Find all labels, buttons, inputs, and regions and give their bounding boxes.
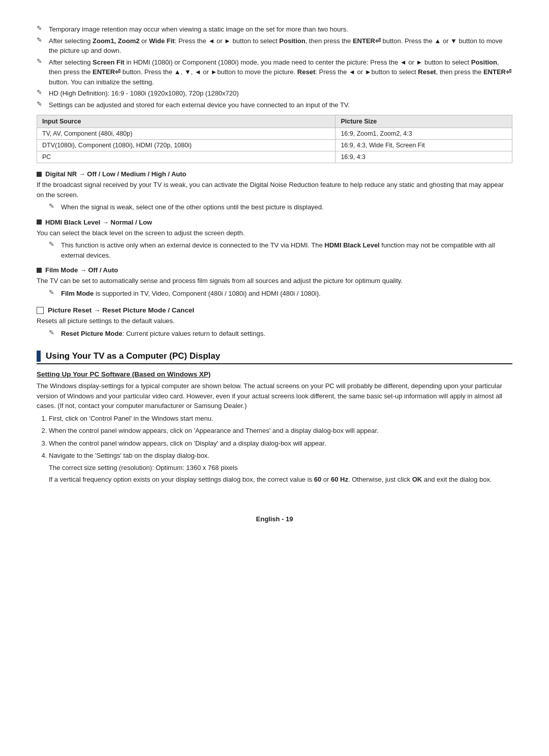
picture-reset-note-icon: ✎: [49, 329, 58, 336]
top-notes-section: ✎ Temporary image retention may occur wh…: [37, 24, 512, 110]
table-row: DTV(1080i), Component (1080i), HDMI (720…: [37, 140, 512, 151]
pc-step-4-note2: If a vertical frequency option exists on…: [49, 475, 512, 485]
note-1: ✎ Temporary image retention may occur wh…: [37, 24, 512, 35]
note-text-1: Temporary image retention may occur when…: [49, 24, 348, 35]
section-square-icon-3: [37, 268, 42, 273]
note-3: ✎ After selecting Screen Fit in HDMI (10…: [37, 57, 512, 87]
digital-nr-heading: Digital NR → Off / Low / Medium / High /…: [37, 170, 512, 178]
picture-reset-note: ✎ Reset Picture Mode: Current picture va…: [37, 329, 512, 339]
note-5: ✎ Settings can be adjusted and stored fo…: [37, 100, 512, 110]
blue-bar-icon: [37, 351, 41, 362]
note-icon-5: ✎: [37, 100, 46, 108]
input-source-table: Input Source Picture Size TV, AV, Compon…: [37, 115, 512, 163]
hdmi-black-heading: HDMI Black Level → Normal / Low: [37, 218, 512, 226]
hdmi-black-note: ✎ This function is active only when an e…: [37, 240, 512, 260]
table-row: PC 16:9, 4:3: [37, 151, 512, 163]
hdmi-black-note-text: This function is active only when an ext…: [61, 240, 512, 260]
pc-setup-intro: The Windows display-settings for a typic…: [37, 381, 512, 411]
table-cell-picture-1: 16:9, Zoom1, Zoom2, 4:3: [336, 128, 512, 140]
picture-reset-note-text: Reset Picture Mode: Current picture valu…: [61, 329, 265, 339]
pc-step-3: When the control panel window appears, c…: [49, 438, 512, 449]
digital-nr-body: If the broadcast signal received by your…: [37, 180, 512, 200]
digital-nr-note: ✎ When the signal is weak, select one of…: [37, 202, 512, 212]
table-cell-picture-2: 16:9, 4:3, Wide Fit, Screen Fit: [336, 140, 512, 151]
hdmi-black-body: You can select the black level on the sc…: [37, 228, 512, 238]
note-2: ✎ After selecting Zoom1, Zoom2 or Wide F…: [37, 36, 512, 56]
note-text-5: Settings can be adjusted and stored for …: [49, 100, 350, 110]
table-cell-picture-3: 16:9, 4:3: [336, 151, 512, 163]
picture-reset-heading: Picture Reset → Reset Picture Mode / Can…: [37, 306, 512, 314]
table-row: TV, AV, Component (480i, 480p) 16:9, Zoo…: [37, 128, 512, 140]
note-4: ✎ HD (High Definition): 16:9 - 1080i (19…: [37, 88, 512, 99]
picture-reset-body: Resets all picture settings to the defau…: [37, 316, 512, 326]
pc-step-4-note1: The correct size setting (resolution): O…: [49, 463, 512, 473]
digital-nr-note-text: When the signal is weak, select one of t…: [61, 202, 324, 212]
note-icon-1: ✎: [37, 24, 46, 32]
footer-label: English - 19: [256, 515, 293, 523]
main-section-heading: Using Your TV as a Computer (PC) Display: [37, 351, 512, 364]
section-square-icon: [37, 172, 42, 177]
pc-step-4: Navigate to the 'Settings' tab on the di…: [49, 451, 512, 485]
note-text-2: After selecting Zoom1, Zoom2 or Wide Fit…: [49, 36, 512, 56]
note-text-3: After selecting Screen Fit in HDMI (1080…: [49, 57, 512, 87]
table-cell-input-3: PC: [37, 151, 336, 163]
note-icon-3: ✎: [37, 57, 46, 65]
note-icon-2: ✎: [37, 36, 46, 44]
pc-step-4-text: Navigate to the 'Settings' tab on the di…: [49, 452, 209, 459]
pc-step-1: First, click on 'Control Panel' in the W…: [49, 414, 512, 424]
hdmi-black-note-icon: ✎: [49, 240, 58, 248]
pc-step-2: When the control panel window appears, c…: [49, 426, 512, 436]
section-square-icon-2: [37, 219, 42, 225]
film-mode-note: ✎ Film Mode is supported in TV, Video, C…: [37, 289, 512, 299]
note-text-4: HD (High Definition): 16:9 - 1080i (1920…: [49, 88, 239, 99]
table-cell-input-1: TV, AV, Component (480i, 480p): [37, 128, 336, 140]
pc-steps-list: First, click on 'Control Panel' in the W…: [49, 414, 512, 485]
film-mode-note-icon: ✎: [49, 289, 58, 296]
table-header-input: Input Source: [37, 115, 336, 128]
digital-nr-note-icon: ✎: [49, 202, 58, 210]
main-section-title: Using Your TV as a Computer (PC) Display: [46, 351, 220, 361]
picture-reset-title: Picture Reset → Reset Picture Mode / Can…: [48, 306, 194, 314]
pc-setup-title: Setting Up Your PC Software (Based on Wi…: [37, 370, 512, 378]
film-mode-heading: Film Mode → Off / Auto: [37, 266, 512, 274]
digital-nr-title: Digital NR → Off / Low / Medium / High /…: [45, 170, 187, 178]
checkbox-icon: [37, 307, 44, 314]
film-mode-note-text: Film Mode is supported in TV, Video, Com…: [61, 289, 321, 299]
note-icon-4: ✎: [37, 88, 46, 96]
table-cell-input-2: DTV(1080i), Component (1080i), HDMI (720…: [37, 140, 336, 151]
film-mode-body: The TV can be set to automatically sense…: [37, 276, 512, 286]
footer: English - 19: [37, 515, 512, 523]
hdmi-black-title: HDMI Black Level → Normal / Low: [45, 218, 152, 226]
table-header-picture: Picture Size: [336, 115, 512, 128]
film-mode-title: Film Mode → Off / Auto: [45, 266, 118, 274]
